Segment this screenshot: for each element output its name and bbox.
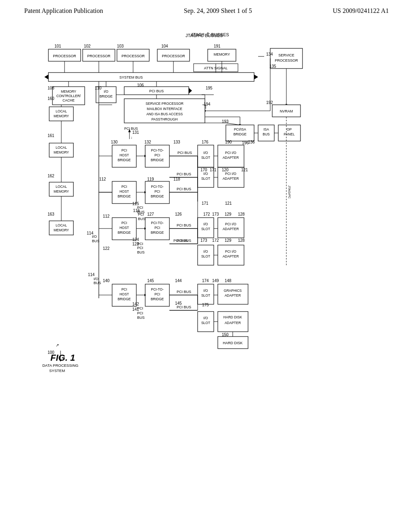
svg-text:115: 115 <box>132 202 139 206</box>
svg-text:SLOT: SLOT <box>201 254 210 258</box>
svg-text:PCI: PCI <box>121 185 127 189</box>
svg-text:PCI BUS: PCI BUS <box>149 89 164 93</box>
svg-marker-29 <box>254 75 258 79</box>
svg-text:144: 144 <box>175 278 182 283</box>
svg-text:174: 174 <box>202 278 209 283</box>
svg-text:195: 195 <box>206 86 213 90</box>
svg-text:PCI BUS: PCI BUS <box>177 172 191 176</box>
svg-text:160: 160 <box>48 96 54 101</box>
svg-text:PCI: PCI <box>137 242 143 246</box>
svg-text:OP: OP <box>287 127 292 131</box>
svg-text:112: 112 <box>103 214 110 218</box>
svg-text:HARD DISK: HARD DISK <box>223 315 242 319</box>
svg-text:MEMORY: MEMORY <box>54 189 69 193</box>
header-center: Sep. 24, 2009 Sheet 1 of 5 <box>184 7 252 15</box>
svg-text:BUS: BUS <box>92 239 100 243</box>
svg-text:175: 175 <box>202 303 209 307</box>
svg-text:PROCESSOR: PROCESSOR <box>53 54 76 58</box>
svg-text:114: 114 <box>87 231 94 235</box>
svg-text:HOST: HOST <box>119 189 129 193</box>
svg-text:MEMORY: MEMORY <box>214 52 230 56</box>
svg-text:132: 132 <box>144 140 151 144</box>
svg-text:AND ISA BUS ACCESS: AND ISA BUS ACCESS <box>146 112 183 116</box>
svg-text:142: 142 <box>132 302 139 306</box>
svg-text:103: 103 <box>117 44 124 48</box>
svg-text:PROCESSOR: PROCESSOR <box>275 58 298 62</box>
svg-text:ADAPTER: ADAPTER <box>225 321 241 325</box>
svg-text:MEMORY: MEMORY <box>54 150 69 154</box>
svg-text:CONTROLLER/: CONTROLLER/ <box>56 94 81 98</box>
svg-text:PCI: PCI <box>137 306 143 310</box>
svg-text:I/O: I/O <box>203 289 208 293</box>
svg-text:PCI BUS: PCI BUS <box>177 305 191 309</box>
svg-rect-26 <box>48 73 254 81</box>
svg-text:BRIDGE: BRIDGE <box>234 132 247 136</box>
svg-text:190: 190 <box>225 140 232 144</box>
svg-text:JTAG/I²C: JTAG/I²C <box>288 185 291 199</box>
svg-text:ADAPTER: ADAPTER <box>223 254 239 258</box>
svg-text:BUS: BUS <box>137 250 145 254</box>
svg-text:171: 171 <box>210 168 217 172</box>
svg-text:I/O: I/O <box>104 89 108 94</box>
svg-text:SYSTEM: SYSTEM <box>49 368 65 373</box>
svg-text:129: 129 <box>225 238 232 243</box>
svg-text:124: 124 <box>132 237 139 242</box>
svg-text:119: 119 <box>147 177 154 181</box>
svg-text:PCI: PCI <box>154 153 160 157</box>
svg-text:PCI I/O: PCI I/O <box>225 172 236 176</box>
svg-text:SERVICE PROCESSOR: SERVICE PROCESSOR <box>146 102 184 106</box>
svg-text:ADAPTER: ADAPTER <box>223 177 239 181</box>
svg-text:PCI: PCI <box>138 212 144 216</box>
svg-text:SLOT: SLOT <box>201 293 210 297</box>
svg-text:130: 130 <box>111 140 118 144</box>
svg-text:PCI: PCI <box>154 292 160 296</box>
svg-text:PCI BUS: PCI BUS <box>177 151 192 155</box>
svg-text:SLOT: SLOT <box>201 156 210 160</box>
svg-text:PCI: PCI <box>154 226 160 230</box>
svg-text:127: 127 <box>147 212 154 216</box>
svg-text:140: 140 <box>103 278 110 283</box>
svg-text:ISA: ISA <box>263 127 269 131</box>
svg-text:SYSTEM BUS: SYSTEM BUS <box>119 75 143 79</box>
svg-text:PCI I/O: PCI I/O <box>225 222 236 226</box>
header-right: US 2009/0241122 A1 <box>333 7 389 15</box>
svg-text:BRIDGE: BRIDGE <box>118 231 131 235</box>
svg-text:129: 129 <box>225 212 232 216</box>
svg-text:PCI: PCI <box>154 189 160 193</box>
svg-text:PCI: PCI <box>137 246 143 250</box>
svg-text:112: 112 <box>99 177 106 181</box>
svg-text:191: 191 <box>214 44 221 48</box>
svg-text:PROCESSOR: PROCESSOR <box>121 54 145 58</box>
svg-text:PCI: PCI <box>121 148 127 152</box>
svg-text:172: 172 <box>203 212 210 216</box>
svg-text:MAILBOX INTERFACE: MAILBOX INTERFACE <box>147 107 182 111</box>
svg-text:BRIDGE: BRIDGE <box>118 297 131 301</box>
svg-text:BRIDGE: BRIDGE <box>151 194 164 198</box>
svg-text:121: 121 <box>241 168 248 172</box>
svg-text:CACHE: CACHE <box>63 98 75 102</box>
svg-text:101: 101 <box>54 44 61 48</box>
svg-text:PCI-TO-: PCI-TO- <box>151 148 164 152</box>
svg-text:126: 126 <box>175 212 182 216</box>
svg-text:ADAPTER: ADAPTER <box>225 293 241 297</box>
svg-text:I/O: I/O <box>203 172 208 176</box>
svg-text:PCI BUS: PCI BUS <box>177 223 191 227</box>
svg-text:128: 128 <box>238 238 245 243</box>
svg-text:BRIDGE: BRIDGE <box>151 297 164 301</box>
svg-text:161: 161 <box>48 133 54 138</box>
svg-text:118: 118 <box>173 177 180 181</box>
svg-text:MEMORY: MEMORY <box>61 89 76 94</box>
svg-text:173: 173 <box>212 212 219 216</box>
svg-text:171: 171 <box>202 201 209 206</box>
svg-text:BUS: BUS <box>94 281 101 285</box>
svg-text:SLOT: SLOT <box>201 321 210 325</box>
svg-text:I/O: I/O <box>203 316 208 320</box>
svg-text:PCI BUS: PCI BUS <box>177 290 191 294</box>
svg-text:BUS: BUS <box>137 316 145 320</box>
svg-text:162: 162 <box>48 174 54 178</box>
svg-text:BRIDGE: BRIDGE <box>151 231 164 235</box>
svg-text:131: 131 <box>132 130 139 135</box>
svg-text:I/O: I/O <box>203 249 208 254</box>
svg-text:BRIDGE: BRIDGE <box>100 94 113 98</box>
svg-text:HOST: HOST <box>119 153 129 157</box>
